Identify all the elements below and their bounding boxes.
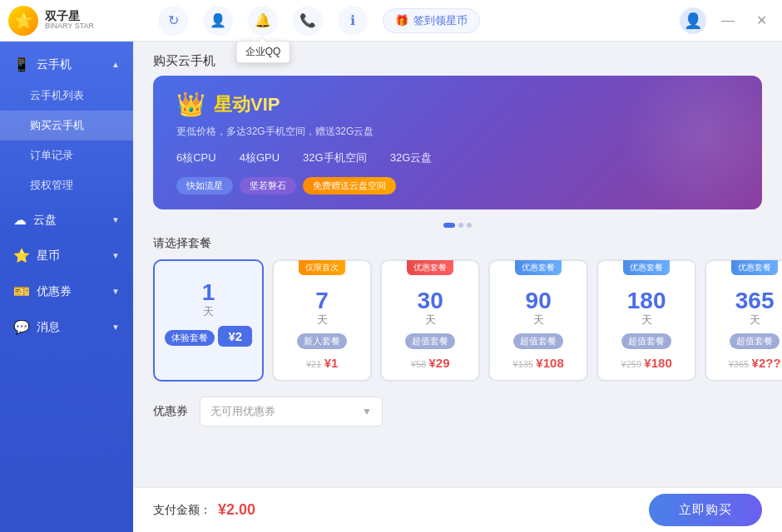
pkg-price-new-90: ¥108 <box>536 356 563 370</box>
sidebar-item-coupons[interactable]: 🎫 优惠券 ▼ <box>0 275 133 308</box>
pkg-days-7: 7 <box>284 289 360 313</box>
sidebar-item-auth-mgmt[interactable]: 授权管理 <box>0 170 133 200</box>
sidebar-item-cloud-disk[interactable]: ☁ 云盘 ▼ <box>0 204 133 236</box>
pkg-price-old-90: ¥135 <box>513 359 533 369</box>
payment-amount: ¥2.00 <box>218 501 255 519</box>
sidebar-item-messages[interactable]: 💬 消息 ▼ <box>0 311 133 343</box>
phone-btn[interactable]: 📞 <box>293 6 323 36</box>
bell-btn[interactable]: 🔔 企业QQ <box>248 6 278 36</box>
pkg-badge-90: 优惠套餐 <box>515 260 562 275</box>
chevron-down-icon: ▼ <box>111 215 120 224</box>
banner-dot-0[interactable] <box>443 223 455 228</box>
pkg-badge-365: 优惠套餐 <box>731 260 778 275</box>
pkg-unit-365: 天 <box>716 313 782 328</box>
sidebar-star-coins-label: 星币 <box>37 249 60 264</box>
packages-section-label: 请选择套餐 <box>133 236 782 259</box>
coupon-select[interactable]: 无可用优惠券 ▼ <box>200 397 383 426</box>
payment-label: 支付金额： <box>153 503 211 518</box>
pkg-price-old-30: ¥58 <box>411 359 426 369</box>
pkg-name-30: 超值套餐 <box>405 333 455 349</box>
sidebar-item-cloud-phone[interactable]: 📱 云手机 ▲ <box>0 48 133 81</box>
coupon-sidebar-icon: 🎫 <box>13 283 30 299</box>
logo-zh: 双子星 <box>45 10 94 22</box>
logo-area: ⭐ 双子星 BINARY STAR <box>8 6 141 36</box>
vip-title: 星动VIP <box>214 92 280 117</box>
sidebar-item-order-record[interactable]: 订单记录 <box>0 140 133 170</box>
vip-banner: 👑 星动VIP 更低价格，多达32G手机空间，赠送32G云盘 6核CPU 4核G… <box>153 76 762 209</box>
sidebar-group-cloud-disk: ☁ 云盘 ▼ <box>0 204 133 236</box>
close-button[interactable]: ✕ <box>750 11 774 30</box>
phone-icon: 📞 <box>299 12 316 28</box>
sidebar-group-messages: 💬 消息 ▼ <box>0 311 133 343</box>
sidebar-group-cloud-phone: 📱 云手机 ▲ 云手机列表 购买云手机 订单记录 授权管理 <box>0 48 133 200</box>
sidebar: 📱 云手机 ▲ 云手机列表 购买云手机 订单记录 授权管理 ☁ 云盘 ▼ <box>0 42 133 532</box>
pkg-name-7: 新人套餐 <box>297 333 347 349</box>
banner-dot-1[interactable] <box>458 223 463 228</box>
pkg-price-old-7: ¥21 <box>306 359 321 369</box>
sidebar-item-star-coins[interactable]: ⭐ 星币 ▼ <box>0 239 133 272</box>
package-card-365day[interactable]: 优惠套餐 365 天 超值套餐 ¥365 ¥2?? <box>705 259 782 382</box>
title-bar: ⭐ 双子星 BINARY STAR ↻ 👤 🔔 企业QQ 📞 ℹ 🎁 签到领星币 <box>0 0 782 42</box>
banner-dot-2[interactable] <box>467 223 472 228</box>
pkg-price-365: ¥365 ¥2?? <box>716 356 782 370</box>
pkg-price-90: ¥135 ¥108 <box>500 356 577 370</box>
sidebar-item-buy-phone[interactable]: 购买云手机 <box>0 111 133 140</box>
sidebar-messages-label: 消息 <box>37 320 60 335</box>
pkg-price-180: ¥259 ¥180 <box>608 356 685 370</box>
cloud-sidebar-icon: ☁ <box>13 212 27 228</box>
pkg-unit-30: 天 <box>392 313 468 328</box>
chevron-up-icon: ▲ <box>111 60 120 69</box>
sidebar-group-star-coins: ⭐ 星币 ▼ <box>0 239 133 272</box>
buy-now-button[interactable]: 立即购买 <box>649 494 762 526</box>
sidebar-cloud-phone-label: 云手机 <box>37 57 72 72</box>
pkg-unit-180: 天 <box>608 313 685 328</box>
vip-tag-0: 快如流星 <box>176 177 233 195</box>
pkg-days-180: 180 <box>608 289 685 313</box>
user-icon: 👤 <box>210 12 226 28</box>
pkg-price-new-180: ¥180 <box>644 356 671 370</box>
pkg-price-1: ¥2 <box>218 326 252 347</box>
pkg-price-7: ¥21 ¥1 <box>284 356 360 370</box>
pkg-price-old-365: ¥365 <box>729 359 749 369</box>
content-area: 购买云手机 👑 星动VIP 更低价格，多达32G手机空间，赠送32G云盘 6核C… <box>133 42 782 487</box>
pkg-name-1: 体验套餐 <box>165 330 215 346</box>
package-card-180day[interactable]: 优惠套餐 180 天 超值套餐 ¥259 ¥180 <box>596 259 696 382</box>
gift-icon: 🎁 <box>395 14 408 27</box>
title-right: 👤 — ✕ <box>680 7 774 34</box>
package-card-90day[interactable]: 优惠套餐 90 天 超值套餐 ¥135 ¥108 <box>488 259 588 382</box>
packages-row: 1 天 体验套餐 ¥2 仅限首次 7 天 新人套餐 ¥21 ¥1 <box>133 259 782 385</box>
sign-in-button[interactable]: 🎁 签到领星币 <box>383 8 480 33</box>
title-icons: ↻ 👤 🔔 企业QQ 📞 ℹ 🎁 签到领星币 <box>141 6 680 36</box>
pkg-unit-90: 天 <box>500 313 577 328</box>
pkg-name-90: 超值套餐 <box>513 333 563 349</box>
chevron-down-icon3: ▼ <box>111 287 120 296</box>
banner-glow <box>621 76 762 209</box>
main-layout: 📱 云手机 ▲ 云手机列表 购买云手机 订单记录 授权管理 ☁ 云盘 ▼ <box>0 42 782 532</box>
pkg-price-new-30: ¥29 <box>428 356 449 370</box>
payment-total: 支付金额： ¥2.00 <box>153 501 255 519</box>
logo-en: BINARY STAR <box>45 22 94 31</box>
pkg-price-30: ¥58 ¥29 <box>392 356 468 370</box>
vip-spec-2: 32G手机空间 <box>303 150 367 165</box>
vip-spec-0: 6核CPU <box>176 150 216 165</box>
user-btn[interactable]: 👤 <box>203 6 233 36</box>
info-btn[interactable]: ℹ <box>338 6 368 36</box>
package-card-30day[interactable]: 优惠套餐 30 天 超值套餐 ¥58 ¥29 <box>380 259 480 382</box>
package-card-7day[interactable]: 仅限首次 7 天 新人套餐 ¥21 ¥1 <box>272 259 372 382</box>
page-title: 购买云手机 <box>133 42 782 76</box>
pkg-badge-30: 优惠套餐 <box>407 260 453 275</box>
refresh-btn[interactable]: ↻ <box>158 6 188 36</box>
package-card-1day[interactable]: 1 天 体验套餐 ¥2 <box>153 259 264 382</box>
vip-tag-2: 免费赠送云盘空间 <box>303 177 396 195</box>
sidebar-item-phone-list[interactable]: 云手机列表 <box>0 81 133 111</box>
logo-text: 双子星 BINARY STAR <box>45 10 94 31</box>
coupon-row: 优惠券 无可用优惠券 ▼ <box>133 385 782 438</box>
pkg-days-365: 365 <box>716 289 782 313</box>
chevron-down-icon2: ▼ <box>111 251 120 260</box>
pkg-badge-7: 仅限首次 <box>299 260 345 275</box>
coupon-select-value: 无可用优惠券 <box>210 404 275 419</box>
pkg-price-new-365: ¥2?? <box>752 356 781 370</box>
avatar-button[interactable]: 👤 <box>680 7 706 34</box>
info-icon: ℹ <box>350 12 355 28</box>
minimize-button[interactable]: — <box>715 12 741 30</box>
